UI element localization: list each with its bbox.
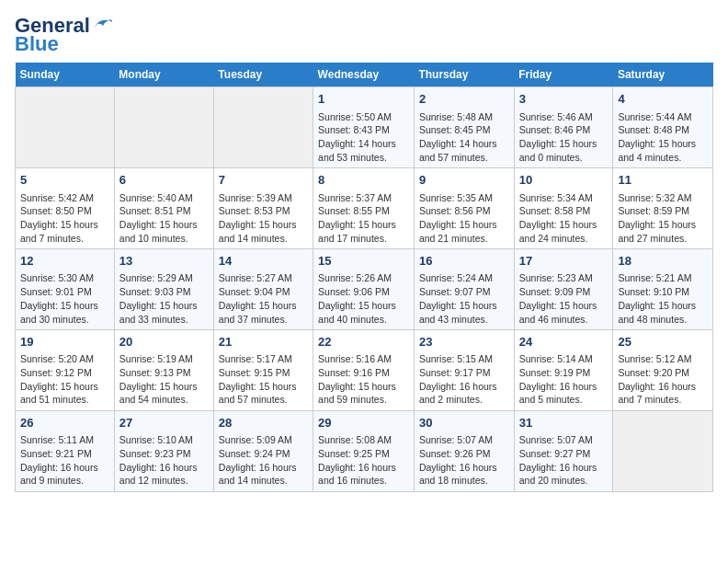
day-number: 15 bbox=[318, 253, 409, 270]
calendar-cell: 21Sunrise: 5:17 AMSunset: 9:15 PMDayligh… bbox=[213, 330, 313, 411]
logo-bird-icon bbox=[92, 17, 112, 31]
calendar-cell: 27Sunrise: 5:10 AMSunset: 9:23 PMDayligh… bbox=[114, 411, 213, 492]
calendar-cell: 14Sunrise: 5:27 AMSunset: 9:04 PMDayligh… bbox=[213, 249, 313, 330]
day-number: 29 bbox=[318, 415, 409, 431]
day-info: Sunrise: 5:39 AMSunset: 8:53 PMDaylight:… bbox=[219, 191, 308, 246]
day-number: 31 bbox=[519, 415, 609, 431]
day-number: 25 bbox=[618, 334, 708, 350]
week-row-4: 19Sunrise: 5:20 AMSunset: 9:12 PMDayligh… bbox=[16, 330, 713, 411]
day-number: 1 bbox=[318, 91, 409, 108]
day-number: 19 bbox=[20, 334, 109, 350]
logo-blue: Blue bbox=[15, 33, 59, 55]
day-number: 7 bbox=[219, 172, 308, 189]
day-info: Sunrise: 5:46 AMSunset: 8:46 PMDaylight:… bbox=[519, 110, 609, 165]
day-number: 13 bbox=[119, 253, 209, 270]
day-info: Sunrise: 5:34 AMSunset: 8:58 PMDaylight:… bbox=[519, 191, 609, 246]
day-number: 23 bbox=[419, 334, 509, 350]
day-info: Sunrise: 5:29 AMSunset: 9:03 PMDaylight:… bbox=[119, 271, 209, 326]
day-number: 26 bbox=[20, 415, 109, 431]
calendar-cell: 15Sunrise: 5:26 AMSunset: 9:06 PMDayligh… bbox=[313, 249, 415, 330]
day-number: 11 bbox=[618, 172, 708, 189]
header-tuesday: Tuesday bbox=[213, 63, 313, 87]
day-number: 6 bbox=[119, 172, 209, 189]
calendar-cell: 4Sunrise: 5:44 AMSunset: 8:48 PMDaylight… bbox=[613, 87, 713, 168]
day-number: 18 bbox=[618, 253, 708, 270]
day-number: 2 bbox=[419, 91, 509, 108]
calendar-cell: 16Sunrise: 5:24 AMSunset: 9:07 PMDayligh… bbox=[414, 249, 514, 330]
calendar-cell: 5Sunrise: 5:42 AMSunset: 8:50 PMDaylight… bbox=[16, 168, 115, 249]
calendar-cell bbox=[16, 87, 115, 168]
day-number: 21 bbox=[219, 334, 308, 350]
day-number: 22 bbox=[318, 334, 409, 350]
day-info: Sunrise: 5:11 AMSunset: 9:21 PMDaylight:… bbox=[20, 433, 109, 488]
day-info: Sunrise: 5:50 AMSunset: 8:43 PMDaylight:… bbox=[318, 110, 409, 165]
day-number: 3 bbox=[519, 91, 609, 108]
day-number: 16 bbox=[419, 253, 509, 270]
day-info: Sunrise: 5:12 AMSunset: 9:20 PMDaylight:… bbox=[618, 352, 708, 407]
calendar-cell: 20Sunrise: 5:19 AMSunset: 9:13 PMDayligh… bbox=[114, 330, 213, 411]
calendar-cell: 9Sunrise: 5:35 AMSunset: 8:56 PMDaylight… bbox=[414, 168, 514, 249]
day-number: 12 bbox=[20, 253, 109, 270]
calendar-cell bbox=[213, 87, 313, 168]
day-number: 28 bbox=[219, 415, 308, 431]
calendar-cell: 30Sunrise: 5:07 AMSunset: 9:26 PMDayligh… bbox=[414, 411, 514, 492]
calendar-cell: 2Sunrise: 5:48 AMSunset: 8:45 PMDaylight… bbox=[414, 87, 514, 168]
day-info: Sunrise: 5:42 AMSunset: 8:50 PMDaylight:… bbox=[20, 191, 109, 246]
day-info: Sunrise: 5:35 AMSunset: 8:56 PMDaylight:… bbox=[419, 191, 509, 246]
calendar-cell: 24Sunrise: 5:14 AMSunset: 9:19 PMDayligh… bbox=[514, 330, 613, 411]
header-friday: Friday bbox=[514, 63, 613, 87]
day-info: Sunrise: 5:23 AMSunset: 9:09 PMDaylight:… bbox=[519, 271, 609, 326]
day-number: 4 bbox=[618, 91, 708, 108]
header-saturday: Saturday bbox=[613, 63, 713, 87]
day-info: Sunrise: 5:10 AMSunset: 9:23 PMDaylight:… bbox=[119, 433, 209, 488]
day-info: Sunrise: 5:07 AMSunset: 9:26 PMDaylight:… bbox=[419, 433, 509, 488]
day-info: Sunrise: 5:15 AMSunset: 9:17 PMDaylight:… bbox=[419, 352, 509, 407]
header-row: SundayMondayTuesdayWednesdayThursdayFrid… bbox=[16, 63, 713, 87]
calendar-cell bbox=[613, 411, 713, 492]
day-info: Sunrise: 5:30 AMSunset: 9:01 PMDaylight:… bbox=[20, 271, 109, 326]
week-row-2: 5Sunrise: 5:42 AMSunset: 8:50 PMDaylight… bbox=[16, 168, 713, 249]
day-info: Sunrise: 5:08 AMSunset: 9:25 PMDaylight:… bbox=[318, 433, 409, 488]
calendar-cell: 3Sunrise: 5:46 AMSunset: 8:46 PMDaylight… bbox=[514, 87, 613, 168]
day-info: Sunrise: 5:32 AMSunset: 8:59 PMDaylight:… bbox=[618, 191, 708, 246]
day-info: Sunrise: 5:24 AMSunset: 9:07 PMDaylight:… bbox=[419, 271, 509, 326]
calendar-cell: 28Sunrise: 5:09 AMSunset: 9:24 PMDayligh… bbox=[213, 411, 313, 492]
day-info: Sunrise: 5:21 AMSunset: 9:10 PMDaylight:… bbox=[618, 271, 708, 326]
day-info: Sunrise: 5:19 AMSunset: 9:13 PMDaylight:… bbox=[119, 352, 209, 407]
calendar-cell: 18Sunrise: 5:21 AMSunset: 9:10 PMDayligh… bbox=[613, 249, 713, 330]
header-monday: Monday bbox=[114, 63, 213, 87]
day-info: Sunrise: 5:48 AMSunset: 8:45 PMDaylight:… bbox=[419, 110, 509, 165]
calendar-cell: 22Sunrise: 5:16 AMSunset: 9:16 PMDayligh… bbox=[313, 330, 415, 411]
calendar-cell: 10Sunrise: 5:34 AMSunset: 8:58 PMDayligh… bbox=[514, 168, 613, 249]
day-number: 8 bbox=[318, 172, 409, 189]
week-row-1: 1Sunrise: 5:50 AMSunset: 8:43 PMDaylight… bbox=[16, 87, 713, 168]
day-number: 24 bbox=[519, 334, 609, 350]
calendar-cell bbox=[114, 87, 213, 168]
calendar-cell: 29Sunrise: 5:08 AMSunset: 9:25 PMDayligh… bbox=[313, 411, 415, 492]
calendar-cell: 13Sunrise: 5:29 AMSunset: 9:03 PMDayligh… bbox=[114, 249, 213, 330]
day-number: 17 bbox=[519, 253, 609, 270]
calendar-cell: 12Sunrise: 5:30 AMSunset: 9:01 PMDayligh… bbox=[16, 249, 115, 330]
calendar-cell: 8Sunrise: 5:37 AMSunset: 8:55 PMDaylight… bbox=[313, 168, 415, 249]
day-number: 30 bbox=[419, 415, 509, 431]
logo: General Blue bbox=[15, 15, 112, 55]
calendar-cell: 31Sunrise: 5:07 AMSunset: 9:27 PMDayligh… bbox=[514, 411, 613, 492]
day-number: 14 bbox=[219, 253, 308, 270]
day-info: Sunrise: 5:16 AMSunset: 9:16 PMDaylight:… bbox=[318, 352, 409, 407]
week-row-3: 12Sunrise: 5:30 AMSunset: 9:01 PMDayligh… bbox=[16, 249, 713, 330]
day-info: Sunrise: 5:09 AMSunset: 9:24 PMDaylight:… bbox=[219, 433, 308, 488]
calendar-cell: 7Sunrise: 5:39 AMSunset: 8:53 PMDaylight… bbox=[213, 168, 313, 249]
day-number: 20 bbox=[119, 334, 209, 350]
calendar-cell: 25Sunrise: 5:12 AMSunset: 9:20 PMDayligh… bbox=[613, 330, 713, 411]
day-info: Sunrise: 5:40 AMSunset: 8:51 PMDaylight:… bbox=[119, 191, 209, 246]
header-wednesday: Wednesday bbox=[313, 63, 415, 87]
day-number: 5 bbox=[20, 172, 109, 189]
week-row-5: 26Sunrise: 5:11 AMSunset: 9:21 PMDayligh… bbox=[16, 411, 713, 492]
day-info: Sunrise: 5:14 AMSunset: 9:19 PMDaylight:… bbox=[519, 352, 609, 407]
calendar-cell: 1Sunrise: 5:50 AMSunset: 8:43 PMDaylight… bbox=[313, 87, 415, 168]
day-info: Sunrise: 5:07 AMSunset: 9:27 PMDaylight:… bbox=[519, 433, 609, 488]
page-header: General Blue bbox=[15, 15, 713, 55]
calendar-table: SundayMondayTuesdayWednesdayThursdayFrid… bbox=[15, 63, 713, 492]
header-thursday: Thursday bbox=[414, 63, 514, 87]
calendar-cell: 26Sunrise: 5:11 AMSunset: 9:21 PMDayligh… bbox=[16, 411, 115, 492]
